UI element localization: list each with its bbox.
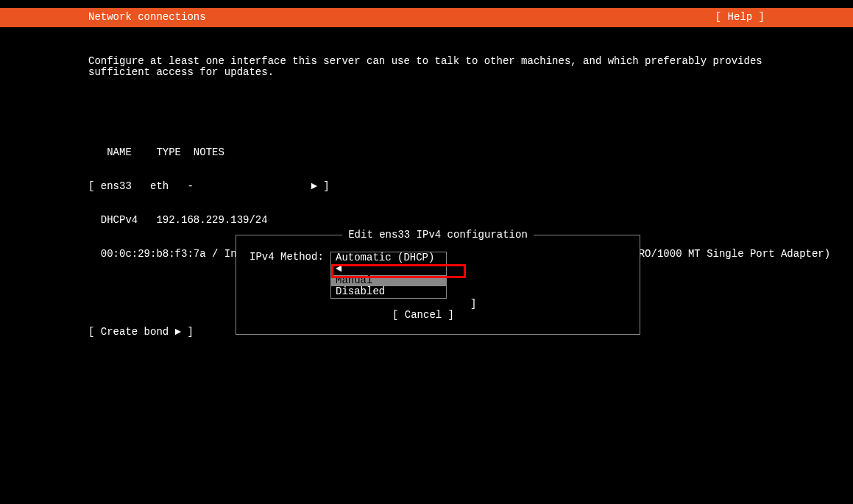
cancel-button[interactable]: [ Cancel ]	[249, 310, 626, 321]
option-automatic[interactable]: Automatic (DHCP) ◄	[331, 252, 446, 275]
ipv4-config-dialog: Edit ens33 IPv4 configuration IPv4 Metho…	[236, 235, 640, 335]
page-title: Network connections	[88, 12, 206, 23]
table-header: NAME TYPE NOTES	[88, 147, 765, 158]
option-manual[interactable]: Manual	[331, 275, 446, 286]
ipv4-method-dropdown[interactable]: Automatic (DHCP) ◄ Manual Disabled	[330, 252, 447, 299]
help-button[interactable]: [ Help ]	[715, 12, 765, 23]
header-bar: Network connections [ Help ]	[0, 8, 853, 27]
interface-row[interactable]: [ ens33 eth - ► ]	[88, 181, 765, 192]
dialog-title: Edit ens33 IPv4 configuration	[342, 230, 534, 241]
bracket-close: ]	[470, 299, 626, 310]
option-disabled[interactable]: Disabled	[331, 286, 446, 297]
description-text: Configure at least one interface this se…	[88, 56, 765, 79]
ipv4-method-label: IPv4 Method:	[249, 252, 330, 263]
dialog-content: IPv4 Method: Automatic (DHCP) ◄ Manual D…	[236, 235, 640, 321]
interface-dhcp: DHCPv4 192.168.229.139/24	[88, 215, 765, 226]
